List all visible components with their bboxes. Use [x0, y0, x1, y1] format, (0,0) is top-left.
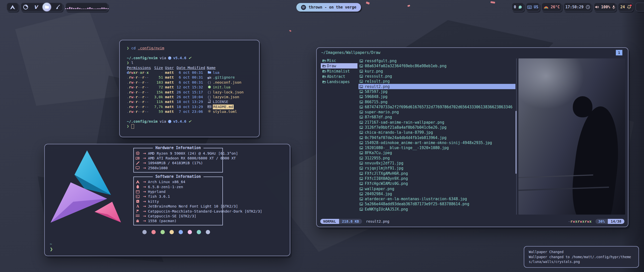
file-list-item[interactable]: result2.png: [358, 84, 515, 89]
file-name: 866715.png: [365, 100, 387, 104]
vim-icon[interactable]: V: [32, 4, 39, 10]
fetch-info-row: →6.5.8-zen1-1-zen: [135, 184, 222, 189]
arch-launcher-icon[interactable]: [10, 5, 15, 9]
image-file-icon: [359, 116, 363, 119]
file-list-item[interactable]: kurz.png: [358, 69, 515, 74]
folder-name: Landscapes: [327, 80, 350, 84]
sidebar-folder-minimalist[interactable]: Minimalist: [321, 69, 357, 74]
file-name: 87r687df.png: [365, 115, 392, 119]
fetch-info-value: kitty: [148, 199, 159, 203]
image-file-icon: [359, 197, 363, 200]
file-list-item[interactable]: chica-mirando-la-luna-8799.jpg: [358, 130, 515, 135]
file-list-item[interactable]: re1sult.png: [358, 79, 515, 84]
tray-notifications-island[interactable]: 24: [618, 3, 633, 12]
tab-indicator[interactable]: 1: [616, 50, 622, 55]
fetch-info-row: →Hyprland: [135, 189, 222, 194]
file-name: lazyvim.json: [213, 95, 239, 99]
file-list-item[interactable]: resssult.png: [358, 74, 515, 79]
prompt-symbol: ❯: [127, 46, 129, 51]
visualizer-bar: [65, 8, 66, 9]
notification-badge-dot: [630, 5, 632, 6]
file-list-item[interactable]: rsjqojlmjhf91.jpg: [358, 166, 515, 171]
image-file-icon: [359, 64, 363, 67]
file-name: 0c794faf07de24a4db4d4fb1eb813964.jpg: [365, 135, 447, 140]
file-size-badge: 218.8 KB: [339, 219, 362, 224]
file-list: ressdfgult.png08a634fa02a32364f69ebc86a9…: [358, 58, 515, 213]
fetch-info-row: →Arch Linux x86_64: [135, 180, 222, 184]
breadcrumb-path: ~/Imagenes/Wallpapers/Draw: [321, 50, 380, 55]
file-list-item[interactable]: 3126f7e9bbf21a8a4af0b67b041c6e26.jpg: [358, 125, 515, 130]
sidebar-folder-draw[interactable]: Draw: [321, 63, 357, 69]
file-list-item[interactable]: nnvuv0xj2df71.jpg: [358, 161, 515, 166]
updates-count: 0: [514, 5, 516, 9]
visualizer-bar: [83, 9, 85, 9]
file-list-item[interactable]: 87r687df.png: [358, 115, 515, 120]
file-list-item[interactable]: ressdfgult.png: [358, 58, 515, 63]
tray-updates-island[interactable]: 0: [512, 3, 524, 12]
preview-art-figure: [568, 104, 625, 215]
file-list-item[interactable]: super-mario.png: [358, 110, 515, 115]
file-manager-dock-icon[interactable]: [43, 3, 51, 11]
file-list-item[interactable]: FXfcJlTXgAMvH6R.png: [358, 171, 515, 176]
visualizer-bar: [73, 8, 74, 9]
arrow-icon: →: [143, 204, 146, 208]
palette-dot: [197, 230, 201, 234]
palette-dot: [142, 230, 147, 234]
file-list-item[interactable]: 596848.jpg: [358, 94, 515, 99]
file-list-item[interactable]: 68747470733a2f2f696d616765732d7769786d70…: [358, 105, 515, 110]
memory-icon: [135, 161, 140, 165]
firefox-icon[interactable]: [22, 4, 29, 10]
prompt-symbol: ❯: [127, 60, 129, 65]
tray-power-island[interactable]: [635, 3, 644, 12]
file-list-scrollbar[interactable]: [515, 111, 517, 174]
tray-weather-island[interactable]: 26°C: [541, 3, 562, 12]
file-list-item[interactable]: wallpaper.png: [358, 186, 515, 191]
image-file-icon: [359, 131, 363, 134]
fetch-info-value: AMD ATI Radeon RX 6800/6800 XT / 6900 XT: [148, 156, 236, 160]
image-file-icon: [359, 70, 363, 73]
sidebar-folder-misc[interactable]: Misc: [321, 58, 357, 63]
image-file-icon: [359, 100, 363, 104]
visualizer-bar: [101, 8, 103, 9]
image-file-icon: [359, 136, 363, 139]
file-manager-window[interactable]: ~/Imagenes/Wallpapers/Draw 1 MiscDrawMin…: [316, 47, 628, 227]
media-player-pill[interactable]: thrown - on the verge: [296, 3, 361, 12]
wallpaper-shard: [15, 10, 121, 106]
file-list-item[interactable]: EeNKYgIUcAAJ5JX.png: [358, 207, 515, 212]
tray-keyboard-island[interactable]: US: [526, 3, 540, 12]
visualizer-bar: [69, 7, 70, 9]
visualizer-bar: [87, 8, 89, 9]
resolution-icon: [135, 166, 140, 169]
spotify-icon: [301, 5, 306, 10]
file-list-item[interactable]: 217167-sad-anime-rain-wallpaper.png: [358, 120, 515, 125]
file-list-item[interactable]: 3122955.png: [358, 156, 515, 161]
file-list-item[interactable]: 154928-odinokoe_anime-art-anime-okno-sin…: [358, 140, 515, 145]
file-list-item[interactable]: atardecer-en-la-montanas-ilustracion-634…: [358, 196, 515, 201]
fetch-window[interactable]: Hardware Information →AMD Ryzen 9 5900X …: [44, 144, 290, 256]
audio-visualizer: [65, 5, 109, 9]
file-list-item[interactable]: 8FKa7Cu.jpeg: [358, 150, 515, 155]
cwd-path: ~/.config/nvim: [127, 119, 157, 124]
file-list-item[interactable]: 08a634fa02a32364f69ebc86a98eb1eb.png: [358, 63, 515, 69]
file-list-item[interactable]: 587597.jpg: [358, 89, 515, 94]
terminal-window[interactable]: ❯cd .config/nvim~/.config/nvimviav5.4.6✔…: [119, 40, 260, 137]
file-name: resssult.png: [365, 74, 392, 79]
sidebar-folder-abstract[interactable]: Abstract: [321, 74, 357, 79]
fetch-info-value: Catppuccin-Macchiato-Standard-Lavender-D…: [148, 209, 262, 213]
file-list-item[interactable]: 0c794faf07de24a4db4d4fb1eb813964.jpg: [358, 135, 515, 140]
file-name: EeNKYgIUcAAJ5JX.png: [365, 207, 408, 212]
file-list-item[interactable]: 20492984.jpg: [358, 191, 515, 196]
file-list-item[interactable]: 5a266e448add93deab367d87173e9f25-6837886…: [358, 201, 515, 207]
tray-clock-island[interactable]: 17:50:29: [564, 3, 592, 12]
file-list-item[interactable]: 19201080-__blue-tinge__-1920×1080.jpg: [358, 145, 515, 150]
file-list-item[interactable]: FXfcHgcWIAMzs0G.png: [358, 181, 515, 186]
file-list-item[interactable]: FXfcII0X0AQyn9X.png: [358, 176, 515, 181]
notification-toast[interactable]: Wallpaper Changed Wallpaper changed to /…: [524, 246, 639, 268]
file-list-item[interactable]: 866715.png: [358, 99, 515, 104]
launcher-island[interactable]: [7, 3, 19, 12]
tray-audio-island[interactable]: 100%: [594, 3, 616, 12]
paintbrush-icon[interactable]: [55, 4, 61, 10]
sidebar-folder-landscapes[interactable]: Landscapes: [321, 79, 357, 84]
file-name: 3126f7e9bbf21a8a4af0b67b041c6e26.jpg: [365, 125, 447, 130]
arrow-icon: →: [143, 190, 146, 194]
